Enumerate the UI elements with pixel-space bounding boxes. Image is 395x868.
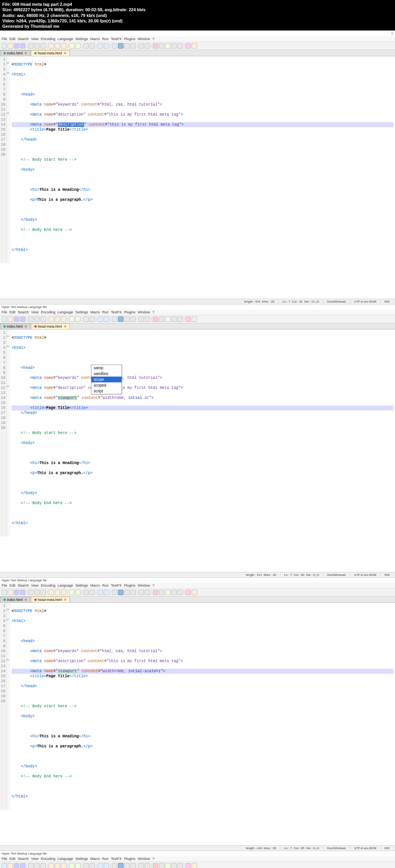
sync-icon[interactable]	[112, 43, 117, 49]
record-icon[interactable]	[153, 590, 158, 595]
playrec-icon[interactable]	[171, 590, 177, 595]
compare-icon[interactable]	[186, 590, 191, 595]
saveall-icon[interactable]	[20, 43, 25, 49]
code-editor[interactable]: 1234567891011121314151617181920 ⊟⊟⊟ <!DO…	[0, 330, 395, 537]
save-icon[interactable]	[14, 863, 19, 868]
menu-run[interactable]: Run	[102, 857, 109, 861]
zoomin-icon[interactable]	[98, 43, 103, 49]
menu-help[interactable]: ?	[152, 857, 154, 861]
playrec-icon[interactable]	[171, 316, 177, 322]
menu-search[interactable]: Search	[18, 857, 29, 861]
zoomout-icon[interactable]	[104, 863, 109, 868]
tab-close-icon[interactable]: ⊠	[64, 598, 66, 601]
wordwrap-icon[interactable]	[118, 316, 123, 322]
menu-edit[interactable]: Edit	[10, 857, 16, 861]
open-icon[interactable]	[8, 43, 13, 49]
menu-macro[interactable]: Macro	[90, 857, 100, 861]
menu-encoding[interactable]: Encoding	[41, 857, 56, 861]
close-btn-icon[interactable]	[28, 316, 34, 322]
unfold-icon[interactable]	[145, 590, 150, 595]
zoomout-icon[interactable]	[104, 43, 109, 49]
allchars-icon[interactable]	[124, 316, 130, 322]
close-btn-icon[interactable]	[28, 590, 34, 595]
savemacro-icon[interactable]	[177, 863, 183, 868]
fold-minus-icon[interactable]: ⊟	[7, 385, 9, 389]
code-area[interactable]: <!DOCTYPE html> <html> <head> <meta name…	[10, 330, 395, 537]
closeall-icon[interactable]	[34, 863, 40, 868]
menu-help[interactable]: ?	[152, 584, 154, 587]
find-icon[interactable]	[83, 863, 89, 868]
fold-minus-icon[interactable]: ⊟	[7, 345, 9, 348]
tab-close-icon[interactable]: ⊠	[64, 52, 66, 55]
replace-icon[interactable]	[89, 316, 95, 322]
menu-window[interactable]: Window	[138, 584, 150, 587]
paste-icon[interactable]	[61, 590, 66, 595]
paste-icon[interactable]	[61, 43, 66, 49]
zoomin-icon[interactable]	[98, 590, 103, 595]
code-area[interactable]: <!DOCTYPE html> <html> <head> <meta name…	[10, 603, 395, 810]
tab-close-icon[interactable]: ⊠	[25, 52, 27, 55]
save-icon[interactable]	[14, 590, 19, 595]
playrec-icon[interactable]	[171, 863, 177, 868]
menu-plugins[interactable]: Plugins	[124, 584, 136, 587]
ac-item[interactable]: sandbox	[91, 371, 122, 377]
menu-textfx[interactable]: TextFX	[111, 584, 122, 587]
menu-settings[interactable]: Settings	[76, 584, 88, 587]
indent-icon[interactable]	[130, 863, 136, 868]
record-icon[interactable]	[153, 316, 158, 322]
tab-headmeta[interactable]: head-meta.html⊠	[31, 50, 70, 56]
redo-icon[interactable]	[75, 590, 81, 595]
code-editor[interactable]: 1234567891011121314151617181920 ⊟⊟⊟ <!DO…	[0, 56, 395, 263]
menu-textfx[interactable]: TextFX	[111, 310, 122, 314]
fold-minus-icon[interactable]: ⊟	[7, 658, 9, 662]
menu-window[interactable]: Window	[138, 857, 150, 861]
menu-settings[interactable]: Settings	[76, 37, 88, 41]
redo-icon[interactable]	[75, 863, 81, 868]
menu-search[interactable]: Search	[18, 310, 29, 314]
paste-icon[interactable]	[61, 316, 66, 322]
undo-icon[interactable]	[69, 863, 74, 868]
print-icon[interactable]	[41, 316, 46, 322]
print-icon[interactable]	[41, 590, 46, 595]
undo-icon[interactable]	[69, 43, 74, 49]
menu-help[interactable]: ?	[152, 310, 154, 314]
menu-run[interactable]: Run	[102, 37, 109, 41]
tab-close-icon[interactable]: ⊠	[25, 598, 27, 601]
play-icon[interactable]	[165, 863, 170, 868]
unfold-icon[interactable]	[145, 863, 150, 868]
plugin-icon[interactable]	[192, 316, 197, 322]
replace-icon[interactable]	[89, 43, 95, 49]
menu-run[interactable]: Run	[102, 584, 109, 587]
savemacro-icon[interactable]	[177, 43, 183, 49]
cut-icon[interactable]	[49, 43, 54, 49]
savemacro-icon[interactable]	[177, 590, 183, 595]
menu-file[interactable]: File	[2, 857, 7, 861]
tab-headmeta[interactable]: head-meta.html⊠	[31, 323, 70, 329]
wordwrap-icon[interactable]	[118, 863, 123, 868]
fold-minus-icon[interactable]: ⊟	[7, 71, 9, 75]
indent-icon[interactable]	[130, 590, 136, 595]
menu-macro[interactable]: Macro	[90, 584, 100, 587]
fold-minus-icon[interactable]: ⊟	[7, 608, 9, 612]
saveall-icon[interactable]	[20, 590, 25, 595]
plugin-icon[interactable]	[192, 43, 197, 49]
play-icon[interactable]	[165, 43, 170, 49]
fold-icon[interactable]	[138, 863, 144, 868]
record-icon[interactable]	[153, 43, 158, 49]
new-icon[interactable]	[2, 43, 7, 49]
new-icon[interactable]	[2, 590, 7, 595]
menu-encoding[interactable]: Encoding	[41, 310, 56, 314]
fold-minus-icon[interactable]: ⊟	[7, 61, 9, 65]
print-icon[interactable]	[41, 43, 46, 49]
allchars-icon[interactable]	[124, 43, 130, 49]
stop-icon[interactable]	[159, 316, 164, 322]
fold-margin[interactable]: ⊟⊟⊟	[7, 603, 10, 810]
fold-minus-icon[interactable]: ⊟	[7, 335, 9, 338]
copy-icon[interactable]	[55, 316, 60, 322]
saveall-icon[interactable]	[20, 863, 25, 868]
menu-help[interactable]: ?	[152, 37, 154, 41]
save-icon[interactable]	[14, 316, 19, 322]
plugin-icon[interactable]	[192, 863, 197, 868]
playrec-icon[interactable]	[171, 43, 177, 49]
saveall-icon[interactable]	[20, 316, 25, 322]
